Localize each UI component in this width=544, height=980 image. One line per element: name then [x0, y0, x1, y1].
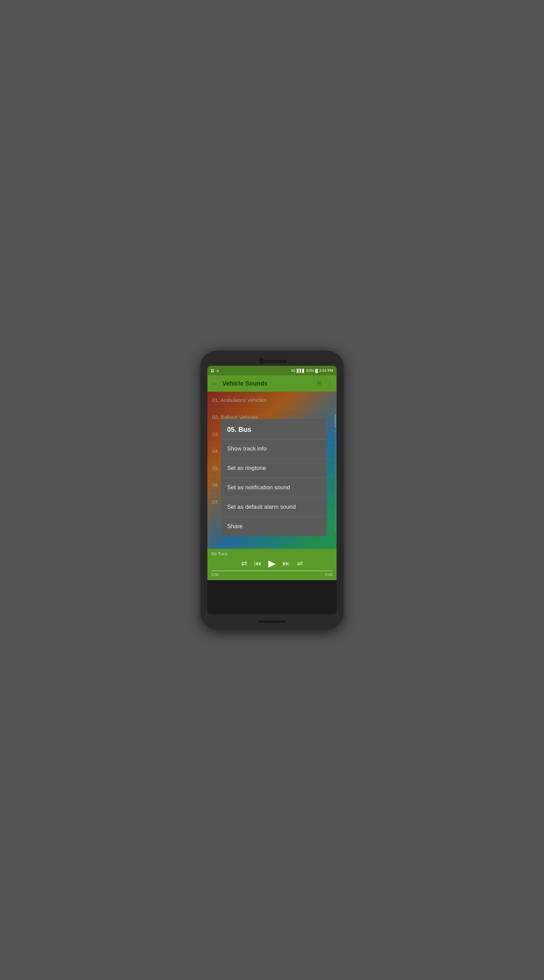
player-time-row: 0:00 0:00 — [211, 573, 333, 577]
play-button[interactable]: ▶ — [268, 558, 276, 569]
share-button[interactable]: ⎘ — [317, 380, 321, 387]
gallery-icon: 🖼 — [211, 369, 214, 372]
next-button[interactable]: ⏭ — [282, 559, 290, 568]
progress-bar[interactable] — [211, 570, 333, 571]
repeat-button[interactable]: ⇌ — [297, 559, 303, 568]
player-bar: No Track ⇄ ⏮ ▶ ⏭ ⇌ 0:00 0:00 — [208, 549, 336, 580]
phone-speaker — [263, 360, 287, 363]
set-ringtone-button[interactable]: Set as ringtone — [221, 459, 327, 478]
share-button[interactable]: Share — [221, 517, 327, 536]
more-options-button[interactable]: ⋮ — [327, 380, 333, 387]
battery-icon: ▓ — [315, 369, 318, 372]
content-area: 01. Ambulance Vehicles 02. Balloon Vehic… — [208, 392, 336, 549]
time-end: 0:00 — [325, 573, 333, 577]
status-bar: 🖼 ⊙ 4G ▋▋▋ 63% ▓ 3:54 PM — [208, 366, 336, 375]
time-display: 3:54 PM — [319, 369, 333, 372]
set-alarm-button[interactable]: Set as default alarm sound — [221, 498, 327, 517]
player-track-name: No Track — [211, 552, 333, 556]
network-icon: 4G — [291, 369, 295, 372]
phone-screen: 🖼 ⊙ 4G ▋▋▋ 63% ▓ 3:54 PM ← Vehicle Sound… — [208, 366, 336, 614]
app-bar-actions: ⎘ ⋮ — [317, 380, 333, 387]
status-right: 4G ▋▋▋ 63% ▓ 3:54 PM — [291, 369, 333, 372]
home-bar[interactable] — [259, 620, 285, 623]
bottom-image-area — [208, 580, 336, 614]
back-button[interactable]: ← — [211, 380, 218, 388]
show-track-info-button[interactable]: Show track info — [221, 439, 327, 459]
phone-device: 🖼 ⊙ 4G ▋▋▋ 63% ▓ 3:54 PM ← Vehicle Sound… — [201, 350, 343, 630]
status-left: 🖼 ⊙ — [211, 369, 219, 372]
app-bar: ← Vehicle Sounds ⎘ ⋮ — [208, 375, 336, 392]
signal-bars: ▋▋▋ — [297, 369, 305, 372]
context-menu: 05. Bus Show track info Set as ringtone … — [221, 419, 327, 536]
set-notification-button[interactable]: Set as notification sound — [221, 478, 327, 498]
time-start: 0:00 — [211, 573, 219, 577]
context-menu-title: 05. Bus — [221, 419, 327, 439]
alarm-icon: ⊙ — [216, 369, 219, 372]
prev-button[interactable]: ⏮ — [254, 559, 262, 568]
page-title: Vehicle Sounds — [222, 380, 313, 387]
player-controls: ⇄ ⏮ ▶ ⏭ ⇌ — [211, 558, 333, 569]
shuffle-button[interactable]: ⇄ — [241, 559, 247, 568]
battery-percent: 63% — [306, 369, 314, 372]
